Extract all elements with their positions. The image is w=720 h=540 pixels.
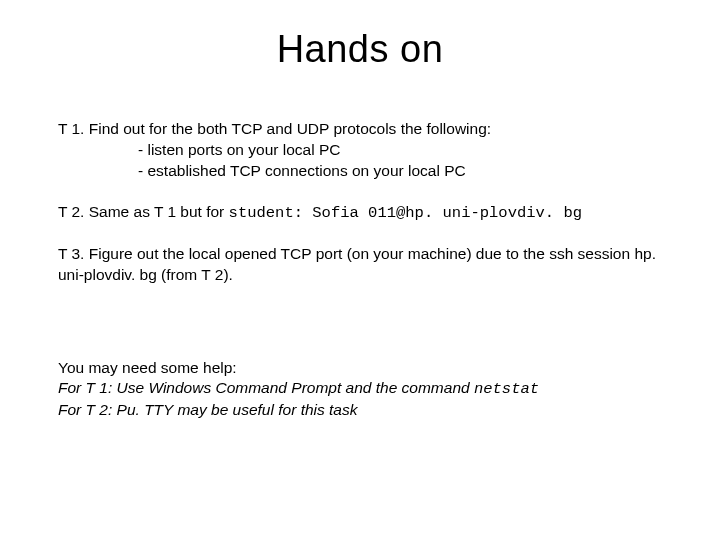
task-2: T 2. Same as T 1 but for student: Sofia … [58, 202, 662, 224]
slide-title: Hands on [58, 28, 662, 71]
task-3-text: T 3. Figure out the local opened TCP por… [58, 245, 656, 283]
task-1-sub2: - established TCP connections on your lo… [58, 161, 662, 182]
task-3: T 3. Figure out the local opened TCP por… [58, 244, 662, 286]
task-1-sub1: - listen ports on your local PC [58, 140, 662, 161]
slide-body: T 1. Find out for the both TCP and UDP p… [58, 119, 662, 421]
help-t1-prefix: For T 1: Use Windows Command Prompt and … [58, 379, 474, 396]
task-1-line: T 1. Find out for the both TCP and UDP p… [58, 119, 662, 140]
task-1: T 1. Find out for the both TCP and UDP p… [58, 119, 662, 182]
slide: Hands on T 1. Find out for the both TCP … [0, 0, 720, 540]
help-intro: You may need some help: [58, 358, 662, 379]
help-section: You may need some help: For T 1: Use Win… [58, 358, 662, 422]
task-2-prefix: T 2. Same as T 1 but for [58, 203, 229, 220]
help-t2: For T 2: Pu. TTY may be useful for this … [58, 400, 662, 421]
task-2-code: student: Sofia 011@hp. uni-plovdiv. bg [229, 204, 582, 222]
help-t1: For T 1: Use Windows Command Prompt and … [58, 378, 662, 400]
help-t1-code: netstat [474, 380, 539, 398]
